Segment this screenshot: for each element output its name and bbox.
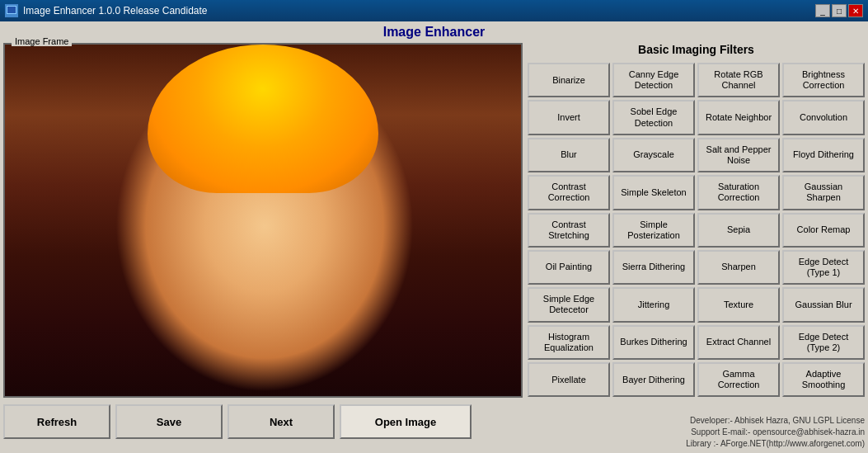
- filter-button-contrast-correction[interactable]: Contrast Correction: [528, 175, 610, 210]
- bottom-buttons: Refresh Save Next Open Image: [3, 404, 523, 439]
- filter-button-salt-and-pepper-noise[interactable]: Salt and Pepper Noise: [697, 138, 780, 172]
- filter-button-canny-edge-detection[interactable]: Canny Edge Detection: [612, 63, 695, 97]
- filter-button-gaussian-blur[interactable]: Gaussian Blur: [782, 287, 865, 322]
- filter-button-convolution[interactable]: Convolution: [782, 100, 865, 134]
- filter-button-blur[interactable]: Blur: [528, 138, 610, 172]
- refresh-button[interactable]: Refresh: [3, 404, 110, 439]
- filters-grid: BinarizeCanny Edge DetectionRotate RGB C…: [528, 63, 865, 397]
- filter-button-texture[interactable]: Texture: [697, 287, 780, 322]
- dev-line2: Support E-mail:- opensource@abhisek-hazr…: [528, 427, 865, 438]
- filter-button-simple-edge-detecetor[interactable]: Simple Edge Detecetor: [528, 287, 610, 322]
- close-button[interactable]: ✕: [848, 4, 863, 17]
- filter-button-gaussian-sharpen[interactable]: Gaussian Sharpen: [782, 175, 865, 210]
- filter-button-edge-detect-(type-2)[interactable]: Edge Detect (Type 2): [782, 325, 865, 360]
- filter-button-saturation-correction[interactable]: Saturation Correction: [697, 175, 780, 210]
- filter-button-burkes-dithering[interactable]: Burkes Dithering: [612, 325, 695, 360]
- app-icon: [5, 4, 18, 17]
- filter-button-sharpen[interactable]: Sharpen: [697, 250, 780, 285]
- app-title: Image Enhancer: [3, 25, 865, 40]
- image-frame: Image Frame: [3, 43, 523, 398]
- window-controls[interactable]: _ □ ✕: [815, 4, 863, 17]
- developer-info: Developer:- Abhisek Hazra, GNU LGPL Lice…: [528, 413, 865, 450]
- filter-button-rotate-neighbor[interactable]: Rotate Neighbor: [697, 100, 780, 134]
- image-frame-label: Image Frame: [12, 36, 72, 46]
- filter-button-sierra-dithering[interactable]: Sierra Dithering: [612, 250, 695, 285]
- filter-button-grayscale[interactable]: Grayscale: [612, 138, 695, 172]
- filter-button-extract-channel[interactable]: Extract Channel: [697, 325, 780, 360]
- main-window: Image Enhancer Image Frame Refresh Save …: [0, 21, 868, 453]
- image-overlay: [148, 45, 378, 193]
- restore-button[interactable]: □: [832, 4, 847, 17]
- filter-button-binarize[interactable]: Binarize: [528, 63, 610, 97]
- filter-button-histogram-equalization[interactable]: Histogram Equalization: [528, 325, 610, 360]
- right-panel: Basic Imaging Filters BinarizeCanny Edge…: [528, 43, 865, 450]
- filter-button-oil-painting[interactable]: Oil Painting: [528, 250, 610, 285]
- image-display: [5, 45, 521, 396]
- filter-button-gamma-correction[interactable]: Gamma Correction: [697, 362, 780, 397]
- filter-button-brightness-correction[interactable]: Brightness Correction: [782, 63, 865, 97]
- filter-button-bayer-dithering[interactable]: Bayer Dithering: [612, 362, 695, 397]
- filter-button-edge-detect-(type-1)[interactable]: Edge Detect (Type 1): [782, 250, 865, 285]
- dev-line3: Library :- AForge.NET(http://www.aforgen…: [528, 438, 865, 450]
- filter-button-rotate-rgb-channel[interactable]: Rotate RGB Channel: [697, 63, 780, 97]
- save-button[interactable]: Save: [115, 404, 223, 439]
- filter-button-jittering[interactable]: Jittering: [612, 287, 695, 322]
- filters-title: Basic Imaging Filters: [528, 43, 865, 56]
- minimize-button[interactable]: _: [815, 4, 830, 17]
- filter-button-simple-skeleton[interactable]: Simple Skeleton: [612, 175, 695, 210]
- filter-button-color-remap[interactable]: Color Remap: [782, 213, 865, 248]
- filter-button-sobel-edge-detection[interactable]: Sobel Edge Detection: [612, 100, 695, 134]
- filter-button-invert[interactable]: Invert: [528, 100, 610, 134]
- filter-button-pixellate[interactable]: Pixellate: [528, 362, 610, 397]
- filter-button-sepia[interactable]: Sepia: [697, 213, 780, 248]
- left-panel: Image Frame Refresh Save Next Open Image: [3, 43, 523, 450]
- next-button[interactable]: Next: [228, 404, 335, 439]
- filter-button-contrast-stretching[interactable]: Contrast Stretching: [528, 213, 610, 248]
- dev-line1: Developer:- Abhisek Hazra, GNU LGPL Lice…: [528, 415, 865, 427]
- content-area: Image Frame Refresh Save Next Open Image…: [3, 43, 865, 450]
- title-bar-text: Image Enhancer 1.0.0 Release Candidate: [23, 5, 810, 17]
- svg-rect-2: [7, 7, 16, 13]
- filter-button-floyd-dithering[interactable]: Floyd Dithering: [782, 138, 865, 172]
- filter-button-simple-posterization[interactable]: Simple Posterization: [612, 213, 695, 248]
- filter-button-adaptive-smoothing[interactable]: Adaptive Smoothing: [782, 362, 865, 397]
- title-bar: Image Enhancer 1.0.0 Release Candidate _…: [0, 0, 868, 21]
- open-image-button[interactable]: Open Image: [340, 404, 472, 439]
